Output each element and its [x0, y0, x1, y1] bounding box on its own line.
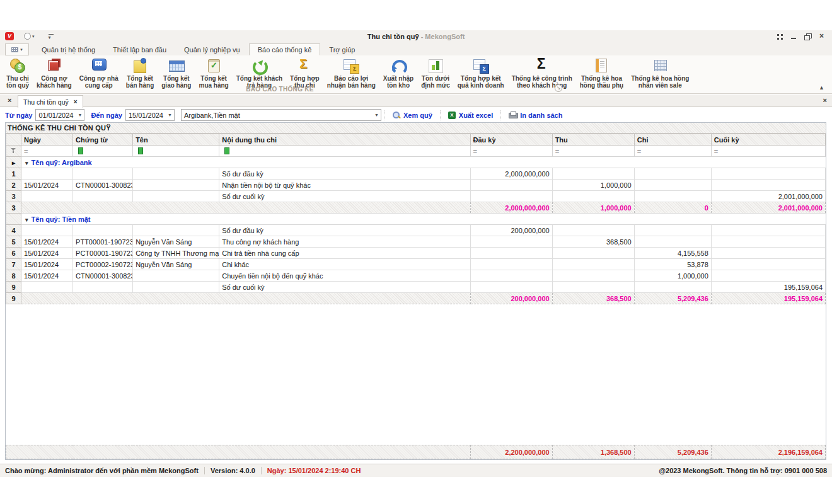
cell-date[interactable] — [21, 168, 73, 180]
cell-noidung[interactable]: Nhận tiền nội bộ từ quỹ khác — [219, 180, 470, 191]
close-document-icon[interactable]: × — [823, 96, 827, 105]
equals-filter-icon[interactable]: = — [637, 147, 641, 155]
contains-filter-icon[interactable] — [136, 147, 144, 154]
table-row[interactable]: 4Số dư đầu kỳ200,000,000 — [6, 225, 826, 236]
filter-cell-dau[interactable]: = — [470, 146, 552, 157]
cell-ten[interactable]: Công ty TNHH Thương mại Dịch vụ Điện n..… — [133, 248, 219, 259]
cell-chi[interactable] — [634, 168, 711, 180]
cell-date[interactable]: 15/01/2024 — [21, 270, 73, 282]
cell-date[interactable]: 15/01/2024 — [21, 180, 73, 191]
toolbar-item[interactable]: Xuất nhập tồn kho — [379, 57, 417, 89]
cell-date[interactable] — [21, 225, 73, 236]
ribbon-collapse-icon[interactable]: ▲ — [819, 84, 824, 91]
cell-dau[interactable] — [470, 191, 552, 202]
ribbon-tab[interactable]: Quản lý nghiệp vụ — [175, 43, 249, 55]
column-header-dau[interactable]: Đầu kỳ — [470, 134, 552, 146]
cell-ten[interactable] — [133, 270, 219, 282]
chevron-down-icon[interactable]: ▾ — [32, 34, 35, 39]
filter-cell-noidung[interactable] — [219, 146, 470, 157]
cell-dau[interactable] — [470, 259, 552, 270]
filter-cell-doc[interactable] — [73, 146, 133, 157]
cell-dau[interactable] — [470, 270, 552, 282]
cell-cuoi[interactable] — [711, 180, 825, 191]
cell-dau[interactable] — [470, 236, 552, 248]
cell-doc[interactable]: PCT00001-190723 — [73, 248, 133, 259]
close-icon[interactable]: × — [818, 33, 826, 40]
table-row[interactable]: 9Số dư cuối kỳ195,159,064 — [6, 282, 826, 293]
table-row[interactable]: 715/01/2024PCT00002-190723Nguyễn Văn Sán… — [6, 259, 826, 270]
filter-cell-ten[interactable] — [133, 146, 219, 157]
table-row[interactable]: 1Số dư đầu kỳ2,000,000,000 — [6, 168, 826, 180]
toolbar-item[interactable]: Công nợ nhà cung cấp — [76, 57, 122, 89]
filter-row-indicator[interactable] — [6, 146, 21, 157]
ribbon-tab[interactable]: Thiết lập ban đầu — [104, 43, 175, 55]
cell-noidung[interactable]: Thu công nợ khách hàng — [219, 236, 470, 248]
toolbar-item[interactable]: Tổng kết mua hàng — [195, 57, 232, 89]
cell-thu[interactable] — [552, 282, 634, 293]
fullscreen-icon[interactable] — [776, 33, 784, 40]
cell-cuoi[interactable] — [711, 259, 825, 270]
equals-filter-icon[interactable]: = — [473, 147, 477, 155]
cell-ten[interactable] — [133, 191, 219, 202]
cell-thu[interactable] — [552, 225, 634, 236]
chevron-down-icon[interactable]: ▼ — [166, 113, 174, 117]
column-header-date[interactable]: Ngày — [21, 134, 73, 146]
customize-toolbar-button[interactable]: ▾ — [49, 33, 51, 40]
cell-chi[interactable]: 53,878 — [634, 259, 711, 270]
cell-doc[interactable]: CTN00001-300823 — [73, 180, 133, 191]
cell-noidung[interactable]: Chi khác — [219, 259, 470, 270]
filter-cell-chi[interactable]: = — [634, 146, 711, 157]
search-button[interactable]: Xem quỹ — [384, 110, 440, 120]
ribbon-tab[interactable]: Trợ giúp — [320, 43, 364, 55]
toolbar-item[interactable]: Tổng kết giao hàng — [158, 57, 195, 89]
print-button[interactable]: In danh sách — [500, 110, 570, 120]
table-row[interactable]: 515/01/2024PTT00001-190723Nguyễn Văn Sán… — [6, 236, 826, 248]
cell-noidung[interactable]: Số dư cuối kỳ — [219, 282, 470, 293]
cell-noidung[interactable]: Chi trả tiền nhà cung cấp — [219, 248, 470, 259]
cell-noidung[interactable]: Số dư đầu kỳ — [219, 168, 470, 180]
cell-chi[interactable]: 1,000,000 — [634, 270, 711, 282]
cell-date[interactable] — [21, 282, 73, 293]
filter-cell-date[interactable]: = — [21, 146, 73, 157]
toolbar-item[interactable]: Báo cáo lợi nhuận bán hàng — [323, 57, 379, 89]
equals-filter-icon[interactable]: = — [24, 147, 28, 155]
toolbar-item[interactable]: Tồn dưới định mức — [417, 57, 454, 89]
toolbar-item[interactable]: Thu chi tồn quỹ — [3, 57, 33, 89]
cell-doc[interactable] — [73, 282, 133, 293]
cell-ten[interactable]: Nguyễn Văn Sáng — [133, 259, 219, 270]
cell-thu[interactable]: 1,000,000 — [552, 180, 634, 191]
cell-doc[interactable] — [73, 168, 133, 180]
minimize-icon[interactable] — [790, 33, 798, 40]
cell-chi[interactable] — [634, 180, 711, 191]
group-dialog-launcher-icon[interactable]: ↘ — [555, 84, 562, 92]
ribbon-tab[interactable]: Quản trị hệ thống — [33, 43, 104, 55]
cell-chi[interactable]: 4,155,558 — [634, 248, 711, 259]
cell-cuoi[interactable]: 195,159,064 — [711, 282, 825, 293]
cell-thu[interactable] — [552, 168, 634, 180]
quick-access-circle-icon[interactable] — [24, 33, 31, 40]
ribbon-tab[interactable]: Báo cáo thống kê — [249, 43, 321, 55]
application-menu-button[interactable]: ▾ — [5, 43, 29, 55]
cell-chi[interactable] — [634, 282, 711, 293]
toolbar-item[interactable]: Công nợ khách hàng — [33, 57, 76, 89]
cell-doc[interactable]: CTN00001-300823 — [73, 270, 133, 282]
cell-cuoi[interactable] — [711, 168, 825, 180]
close-all-tabs-icon[interactable]: × — [8, 96, 11, 105]
table-row[interactable]: 815/01/2024CTN00001-300823Chuyển tiền nộ… — [6, 270, 826, 282]
fund-select[interactable]: Argibank,Tiền mặt ▼ — [181, 109, 381, 121]
contains-filter-icon[interactable] — [222, 147, 230, 154]
toolbar-item[interactable]: Tổng hợp thu chi — [286, 57, 323, 89]
document-tab[interactable]: Thu chi tồn quỹ × — [18, 95, 83, 108]
cell-thu[interactable]: 368,500 — [552, 236, 634, 248]
group-row[interactable]: ▾Tên quỹ: Tiền mặt — [6, 214, 826, 225]
column-header-ten[interactable]: Tên — [133, 134, 219, 146]
group-header-cell[interactable]: ▾Tên quỹ: Argibank — [21, 157, 826, 168]
collapse-icon[interactable]: ▾ — [25, 217, 28, 223]
cell-dau[interactable] — [470, 282, 552, 293]
cell-date[interactable] — [21, 191, 73, 202]
column-header-cuoi[interactable]: Cuối kỳ — [711, 134, 825, 146]
cell-dau[interactable]: 2,000,000,000 — [470, 168, 552, 180]
cell-doc[interactable]: PCT00002-190723 — [73, 259, 133, 270]
table-row[interactable]: 615/01/2024PCT00001-190723Công ty TNHH T… — [6, 248, 826, 259]
cell-doc[interactable] — [73, 191, 133, 202]
